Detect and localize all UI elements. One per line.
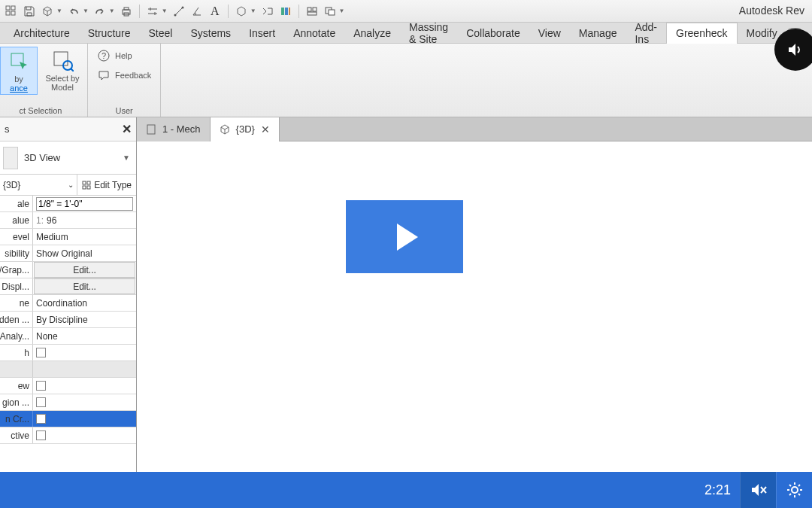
ribbon-tab-steel[interactable]: Steel xyxy=(140,23,182,44)
qat-grid-icon[interactable] xyxy=(5,5,18,18)
help-icon: ? xyxy=(97,49,111,62)
property-value[interactable] xyxy=(33,196,136,211)
redo-icon[interactable] xyxy=(93,5,107,18)
svg-line-41 xyxy=(798,494,800,495)
ribbon-tab-architecture[interactable]: Architecture xyxy=(5,23,79,44)
play-icon xyxy=(397,224,418,251)
svg-rect-17 xyxy=(308,8,311,11)
dropdown-icon[interactable]: ▼ xyxy=(339,8,345,14)
settings-button[interactable] xyxy=(776,472,812,508)
property-value[interactable] xyxy=(33,378,136,394)
undo-icon[interactable] xyxy=(67,5,80,18)
property-key: gion ... xyxy=(0,394,33,410)
group-label: ct Selection xyxy=(20,106,62,115)
dropdown-icon[interactable]: ▼ xyxy=(250,8,256,14)
svg-point-13 xyxy=(181,6,183,8)
select-by-instance-button[interactable]: by ance xyxy=(0,47,38,95)
property-value[interactable]: Edit... xyxy=(34,278,135,294)
svg-rect-18 xyxy=(313,8,317,11)
close-hidden-icon[interactable] xyxy=(305,5,319,18)
property-key: ew xyxy=(0,378,33,394)
separator xyxy=(139,5,140,18)
property-value[interactable]: 1:96 xyxy=(33,212,136,228)
mute-button[interactable] xyxy=(740,472,776,508)
ribbon-tab-annotate[interactable]: Annotate xyxy=(284,23,344,44)
select-by-model-button[interactable]: Select by Model xyxy=(44,47,81,93)
drawing-canvas[interactable] xyxy=(137,141,812,472)
property-value[interactable]: Edit... xyxy=(34,262,135,278)
property-value[interactable] xyxy=(33,427,136,443)
checkbox[interactable] xyxy=(36,414,46,424)
property-value[interactable]: By Discipline xyxy=(33,312,136,327)
print-icon[interactable] xyxy=(120,5,133,18)
video-control-bar: 2:21 xyxy=(0,472,812,508)
close-icon[interactable]: ✕ xyxy=(261,123,270,135)
svg-rect-29 xyxy=(87,181,90,184)
property-row: sibilityShow Original xyxy=(0,245,136,262)
property-row: ew xyxy=(0,378,136,394)
ribbon-tab-structure[interactable]: Structure xyxy=(79,23,140,44)
edit-type-button[interactable]: Edit Type xyxy=(77,175,136,195)
svg-line-25 xyxy=(71,68,74,71)
filter-icon[interactable] xyxy=(279,5,292,18)
checkbox[interactable] xyxy=(36,397,46,407)
text-icon[interactable]: A xyxy=(208,5,222,18)
chevron-down-icon[interactable]: ▼ xyxy=(120,154,133,162)
property-value[interactable]: None xyxy=(33,328,136,344)
ribbon-tab-greenheck[interactable]: Greenheck xyxy=(666,23,737,44)
svg-line-43 xyxy=(798,485,800,486)
property-value[interactable] xyxy=(33,394,136,410)
dropdown-icon[interactable]: ▼ xyxy=(162,8,168,14)
ribbon-tab-add-ins[interactable]: Add-Ins xyxy=(626,23,666,44)
checkbox[interactable] xyxy=(36,430,46,440)
property-value[interactable]: Show Original xyxy=(33,245,136,261)
type-selector[interactable]: 3D View ▼ xyxy=(0,141,136,175)
dropdown-icon[interactable]: ▼ xyxy=(83,8,89,14)
help-button[interactable]: ? Help xyxy=(94,47,154,65)
thinlines-icon[interactable] xyxy=(261,5,274,18)
document-tab[interactable]: 1 - Mech xyxy=(137,117,211,141)
dropdown-icon[interactable]: ▼ xyxy=(56,8,62,14)
sheet-icon xyxy=(146,124,156,135)
ribbon-tab-analyze[interactable]: Analyze xyxy=(344,23,400,44)
instance-selector[interactable]: {3D} ⌄ xyxy=(0,175,77,195)
video-play-button[interactable] xyxy=(346,200,463,273)
checkbox[interactable] xyxy=(36,348,46,357)
ribbon-tab-view[interactable]: View xyxy=(529,23,570,44)
properties-title: s xyxy=(5,123,10,135)
property-value[interactable]: Coordination xyxy=(33,295,136,311)
edit-type-icon xyxy=(82,181,91,190)
property-value[interactable] xyxy=(33,345,136,360)
property-row: gion ... xyxy=(0,394,136,411)
chevron-down-icon[interactable]: ⌄ xyxy=(68,181,74,189)
svg-rect-19 xyxy=(308,12,317,15)
ribbon-tab-insert[interactable]: Insert xyxy=(240,23,284,44)
edit-type-label: Edit Type xyxy=(94,180,132,190)
video-time: 2:21 xyxy=(704,482,740,498)
view3d-icon[interactable] xyxy=(235,5,248,18)
dropdown-icon[interactable]: ▼ xyxy=(109,8,115,14)
property-key: ctive xyxy=(0,427,33,443)
feedback-button[interactable]: Feedback xyxy=(94,66,154,84)
ribbon-tab-manage[interactable]: Manage xyxy=(570,23,626,44)
property-value[interactable] xyxy=(33,411,136,427)
close-icon[interactable]: ✕ xyxy=(122,122,132,136)
ribbon-tab-collaborate[interactable]: Collaborate xyxy=(457,23,529,44)
property-row: evelMedium xyxy=(0,229,136,245)
checkbox[interactable] xyxy=(36,381,46,391)
property-input[interactable] xyxy=(36,197,133,211)
switch-window-icon[interactable] xyxy=(323,5,337,18)
measure-icon[interactable] xyxy=(172,5,186,18)
ribbon-tab-massing-site[interactable]: Massing & Site xyxy=(400,23,457,44)
save-icon[interactable] xyxy=(23,5,36,18)
angle-icon[interactable] xyxy=(190,5,204,18)
sound-badge[interactable] xyxy=(774,29,812,71)
property-row: ale xyxy=(0,196,136,212)
property-value[interactable]: Medium xyxy=(33,229,136,245)
cube-icon[interactable] xyxy=(41,5,54,18)
instance-row: {3D} ⌄ Edit Type xyxy=(0,175,136,196)
tab-label: {3D} xyxy=(236,123,255,135)
document-tab[interactable]: {3D}✕ xyxy=(211,117,280,141)
ribbon-tab-systems[interactable]: Systems xyxy=(181,23,240,44)
align-icon[interactable] xyxy=(146,5,159,18)
